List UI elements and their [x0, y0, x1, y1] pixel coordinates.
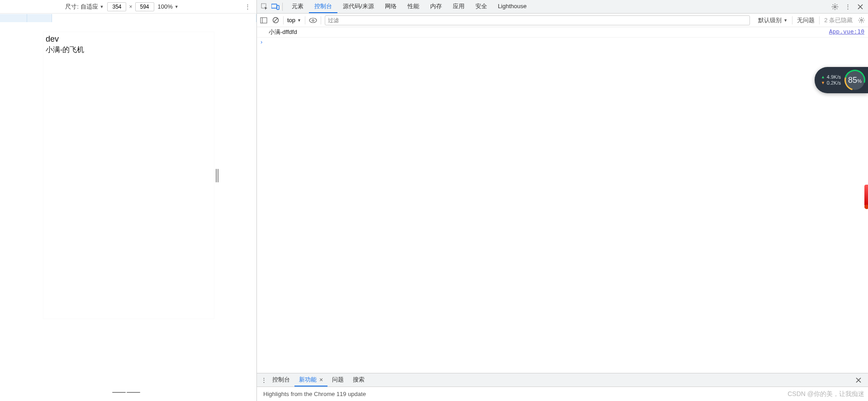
device-size-label: 尺寸: 自适应	[65, 3, 98, 11]
svg-rect-1	[271, 4, 277, 8]
chevron-right-icon: ›	[261, 38, 267, 45]
preview-frame: dev 小满-的飞机	[43, 32, 214, 319]
svg-point-3	[834, 5, 836, 7]
zoom-select[interactable]: 100% ▼	[158, 3, 179, 10]
live-expression-icon[interactable]	[309, 16, 317, 24]
tab-memory[interactable]: 内存	[425, 0, 447, 13]
watermark: CSDN @你的美，让我痴迷	[787, 390, 864, 398]
svg-point-8	[309, 18, 317, 23]
device-more-icon[interactable]: ⋮	[243, 3, 252, 10]
toggle-sidebar-icon[interactable]	[260, 16, 268, 24]
network-monitor-widget[interactable]: ▲4.9K/s ▼0.2K/s 85%	[815, 67, 868, 93]
tab-security[interactable]: 安全	[470, 0, 493, 13]
log-level-select[interactable]: 默认级别 ▼	[758, 16, 787, 24]
download-rate: 0.2K/s	[827, 81, 841, 86]
drawer-tab-search[interactable]: 搜索	[348, 373, 369, 387]
resize-handle-bottom[interactable]	[41, 389, 211, 396]
chevron-down-icon: ▼	[100, 5, 104, 9]
device-toolbar: 尺寸: 自适应 ▼ × 100% ▼ ⋮	[0, 0, 256, 14]
arrow-down-icon: ▼	[821, 81, 825, 85]
horizontal-ruler	[0, 14, 256, 23]
log-level-label: 默认级别	[758, 16, 782, 24]
devtools-panel: 元素 控制台 源代码/来源 网络 性能 内存 应用 安全 Lighthouse …	[256, 0, 868, 401]
clear-console-icon[interactable]	[271, 16, 280, 24]
preview-text-2: 小满-的飞机	[46, 45, 212, 55]
settings-gear-icon[interactable]	[831, 3, 839, 11]
console-settings-gear-icon[interactable]	[857, 16, 865, 24]
close-icon[interactable]: ×	[319, 376, 323, 383]
svg-point-9	[312, 19, 314, 21]
drawer-body: Highlights from the Chrome 119 update	[257, 387, 868, 401]
svg-point-10	[860, 19, 862, 21]
drawer-tabs: ⋮ 控制台 新功能 × 问题 搜索	[257, 373, 868, 387]
tab-network[interactable]: 网络	[379, 0, 402, 13]
side-indicator-dot	[864, 205, 868, 209]
chevron-down-icon: ▼	[297, 18, 301, 23]
dimension-separator: ×	[128, 4, 133, 10]
devtools-tabs-bar: 元素 控制台 源代码/来源 网络 性能 内存 应用 安全 Lighthouse …	[257, 0, 868, 14]
tab-console[interactable]: 控制台	[309, 0, 337, 13]
side-indicator	[864, 185, 868, 206]
width-input[interactable]	[107, 2, 126, 11]
tab-lighthouse[interactable]: Lighthouse	[493, 0, 532, 13]
arrow-up-icon: ▲	[821, 75, 825, 79]
device-select[interactable]: 尺寸: 自适应 ▼	[65, 3, 104, 11]
console-filter-input[interactable]	[325, 15, 750, 25]
svg-line-7	[274, 19, 277, 22]
resize-handle-right[interactable]	[214, 168, 220, 183]
devtools-more-icon[interactable]: ⋮	[844, 3, 852, 11]
drawer-more-icon[interactable]: ⋮	[260, 376, 268, 384]
context-label: top	[287, 17, 295, 24]
svg-rect-4	[261, 18, 267, 23]
drawer-tab-whatsnew[interactable]: 新功能 ×	[294, 373, 327, 387]
tab-elements[interactable]: 元素	[286, 0, 309, 13]
devtools-tabs: 元素 控制台 源代码/来源 网络 性能 内存 应用 安全 Lighthouse	[286, 0, 532, 13]
drawer-tab-console[interactable]: 控制台	[268, 373, 294, 387]
device-emulator-panel: 尺寸: 自适应 ▼ × 100% ▼ ⋮ dev	[0, 0, 256, 401]
preview-text-1: dev	[46, 33, 212, 45]
whatsnew-heading: Highlights from the Chrome 119 update	[263, 391, 366, 397]
svg-rect-2	[277, 5, 279, 10]
context-select[interactable]: top ▼	[287, 17, 301, 24]
preview-area: dev 小满-的飞机	[0, 14, 256, 401]
log-message: 小满-dffdfd	[269, 28, 829, 36]
tab-sources[interactable]: 源代码/来源	[337, 0, 379, 13]
tab-application[interactable]: 应用	[447, 0, 470, 13]
log-entry: 小满-dffdfd App.vue:10	[257, 27, 868, 38]
console-output: 小满-dffdfd App.vue:10 ›	[257, 27, 868, 373]
issues-label[interactable]: 无问题	[797, 16, 815, 24]
close-devtools-icon[interactable]	[856, 3, 864, 11]
element-picker-icon[interactable]	[261, 3, 269, 11]
upload-rate: 4.9K/s	[827, 75, 841, 80]
chevron-down-icon: ▼	[175, 5, 179, 9]
devtools-drawer: ⋮ 控制台 新功能 × 问题 搜索 Highlights from the Ch…	[257, 373, 868, 401]
hidden-count[interactable]: 2 条已隐藏	[824, 16, 853, 24]
zoom-label: 100%	[158, 3, 173, 10]
log-source-link[interactable]: App.vue:10	[829, 28, 864, 36]
tab-performance[interactable]: 性能	[402, 0, 425, 13]
drawer-tab-issues[interactable]: 问题	[327, 373, 348, 387]
chevron-down-icon: ▼	[783, 18, 787, 23]
height-input[interactable]	[135, 2, 154, 11]
close-drawer-icon[interactable]	[855, 377, 865, 383]
console-toolbar: top ▼ 默认级别 ▼ 无问题 2 条已隐藏	[257, 14, 868, 27]
usage-gauge: 85%	[844, 69, 866, 91]
drawer-tab-label: 新功能	[299, 376, 317, 384]
toggle-device-icon[interactable]	[271, 3, 280, 11]
console-prompt[interactable]: ›	[257, 38, 868, 46]
